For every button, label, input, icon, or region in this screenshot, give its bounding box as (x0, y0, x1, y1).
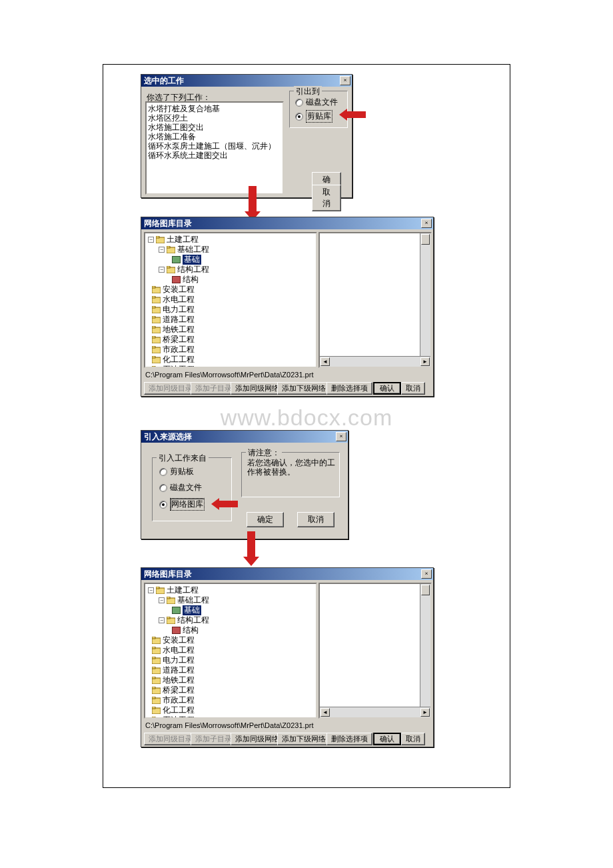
svg-rect-13 (152, 316, 155, 318)
watermark-text: www.bdocx.com (221, 405, 393, 431)
close-icon[interactable]: × (421, 569, 432, 579)
tree-node[interactable]: 地铁工程 (147, 675, 314, 685)
selected-work-dialog: 选中的工作 × 你选了下列工作： 水塔打桩及复合地基 水塔区挖土 水塔施工图交出… (141, 74, 352, 198)
tree-node[interactable]: 石油工程 (147, 365, 314, 368)
tree-leaf-selected[interactable]: 基础 (147, 255, 314, 265)
tree-leaf[interactable]: 结构 (147, 625, 314, 635)
scrollbar-vertical[interactable] (420, 233, 430, 367)
radio-disk-file[interactable]: 磁盘文件 (295, 97, 338, 108)
collapse-icon[interactable]: − (148, 237, 154, 243)
svg-rect-19 (152, 346, 155, 348)
svg-rect-9 (152, 296, 155, 298)
tree-node[interactable]: 石油工程 (147, 715, 314, 719)
leaf-icon (172, 256, 181, 263)
radio-network-library[interactable]: 网络图库 (159, 498, 205, 511)
svg-rect-35 (152, 657, 155, 659)
radio-disk-file[interactable]: 磁盘文件 (159, 482, 202, 493)
cancel-button[interactable]: 取消 (312, 185, 341, 211)
work-list[interactable]: 水塔打桩及复合地基 水塔区挖土 水塔施工图交出 水塔施工准备 循环水泵房土建施工… (145, 101, 284, 195)
tree-node[interactable]: 水电工程 (147, 295, 314, 305)
note-group: 请注意： 若您选确认，您选中的工作将被替换。 (241, 452, 340, 497)
collapse-icon[interactable]: − (148, 587, 154, 593)
svg-rect-39 (152, 677, 155, 679)
folder-icon (152, 356, 161, 363)
tree-leaf-selected[interactable]: 基础 (147, 605, 314, 615)
collapse-icon[interactable]: − (159, 597, 165, 603)
delete-selected-button[interactable]: 删除选择项 (326, 382, 372, 395)
close-icon[interactable]: × (336, 432, 346, 441)
list-item: 水塔施工图交出 (148, 123, 281, 132)
tree-node[interactable]: 市政工程 (147, 345, 314, 355)
tree-node[interactable]: 电力工程 (147, 305, 314, 315)
folder-icon (152, 687, 161, 694)
add-net-sibling-button[interactable]: 添加同级网络 (231, 733, 284, 745)
tree-node[interactable]: 电力工程 (147, 655, 314, 665)
titlebar: 网络图库目录 × (141, 217, 433, 229)
scrollbar-vertical[interactable] (420, 584, 430, 717)
svg-rect-27 (167, 597, 170, 599)
tree-node[interactable]: 道路工程 (147, 665, 314, 675)
tree-node[interactable]: 桥梁工程 (147, 685, 314, 695)
document-page: 选中的工作 × 你选了下列工作： 水塔打桩及复合地基 水塔区挖土 水塔施工图交出… (103, 64, 510, 788)
svg-rect-43 (152, 697, 155, 699)
tree-node[interactable]: − 土建工程 (147, 235, 314, 245)
list-item: 循环水系统土建图交出 (148, 151, 281, 160)
ok-button[interactable]: 确认 (373, 733, 401, 745)
svg-rect-11 (152, 306, 155, 308)
collapse-icon[interactable]: − (159, 247, 165, 253)
tree-node[interactable]: 化工工程 (147, 355, 314, 365)
cancel-button[interactable]: 取消 (297, 512, 334, 527)
tree-node[interactable]: − 基础工程 (147, 245, 314, 255)
svg-rect-5 (167, 266, 170, 268)
tree-node[interactable]: 地铁工程 (147, 325, 314, 335)
radio-icon (159, 468, 167, 476)
tree-node[interactable]: 安装工程 (147, 635, 314, 645)
svg-rect-22 (152, 367, 161, 368)
cancel-button[interactable]: 取消 (401, 382, 425, 395)
scrollbar-horizontal[interactable]: ◄► (320, 356, 430, 367)
scrollbar-horizontal[interactable]: ◄► (320, 707, 430, 717)
add-sibling-dir-button: 添加同级目录 (144, 382, 197, 395)
collapse-icon[interactable]: − (159, 267, 165, 273)
folder-icon (156, 236, 165, 243)
folder-icon (152, 316, 161, 323)
tree-node[interactable]: 水电工程 (147, 645, 314, 655)
add-net-child-button[interactable]: 添加下级网络 (277, 733, 330, 745)
cancel-button[interactable]: 取消 (401, 733, 425, 745)
tree-node[interactable]: − 基础工程 (147, 595, 314, 605)
tree-leaf[interactable]: 结构 (147, 275, 314, 285)
ok-button[interactable]: 确认 (373, 382, 401, 395)
add-child-dir-button: 添加子目录 (191, 382, 237, 395)
collapse-icon[interactable]: − (159, 617, 165, 623)
tree-node[interactable]: 道路工程 (147, 315, 314, 325)
tree-view[interactable]: − 土建工程 − 基础工程 基础 − 结构工程 结构 安装工 (144, 232, 317, 368)
tree-node[interactable]: − 土建工程 (147, 585, 314, 595)
titlebar: 引入来源选择 × (141, 431, 348, 443)
tree-node[interactable]: 安装工程 (147, 285, 314, 295)
tree-node[interactable]: − 结构工程 (147, 265, 314, 275)
close-icon[interactable]: × (340, 76, 350, 85)
group-label: 引出到 (294, 86, 322, 97)
folder-icon (152, 707, 161, 714)
folder-icon (152, 717, 161, 719)
list-item: 循环水泵房土建施工（围堰、沉井） (148, 141, 281, 151)
add-net-sibling-button[interactable]: 添加同级网络 (231, 382, 284, 395)
folder-icon (167, 617, 175, 624)
tree-node[interactable]: 市政工程 (147, 695, 314, 705)
tree-node[interactable]: − 结构工程 (147, 615, 314, 625)
ok-button[interactable]: 确定 (247, 512, 284, 527)
tree-node[interactable]: 桥梁工程 (147, 335, 314, 345)
close-icon[interactable]: × (421, 219, 432, 228)
titlebar: 网络图库目录 × (141, 568, 433, 580)
radio-clipboard[interactable]: 剪贴板 (159, 466, 194, 477)
radio-icon (159, 484, 167, 492)
network-library-dialog-2: 网络图库目录 × − 土建工程 − 基础工程 基础 − 结构工程 (141, 567, 434, 747)
radio-clipboard-lib[interactable]: 剪贴库 (295, 110, 332, 123)
tree-node[interactable]: 化工工程 (147, 705, 314, 715)
leaf-icon (172, 607, 181, 614)
svg-rect-45 (152, 707, 155, 709)
preview-pane: ◄► (318, 232, 432, 368)
tree-view[interactable]: − 土建工程 − 基础工程 基础 − 结构工程 结构 安装工 (144, 583, 317, 719)
add-net-child-button[interactable]: 添加下级网络 (277, 382, 330, 395)
delete-selected-button[interactable]: 删除选择项 (326, 733, 372, 745)
